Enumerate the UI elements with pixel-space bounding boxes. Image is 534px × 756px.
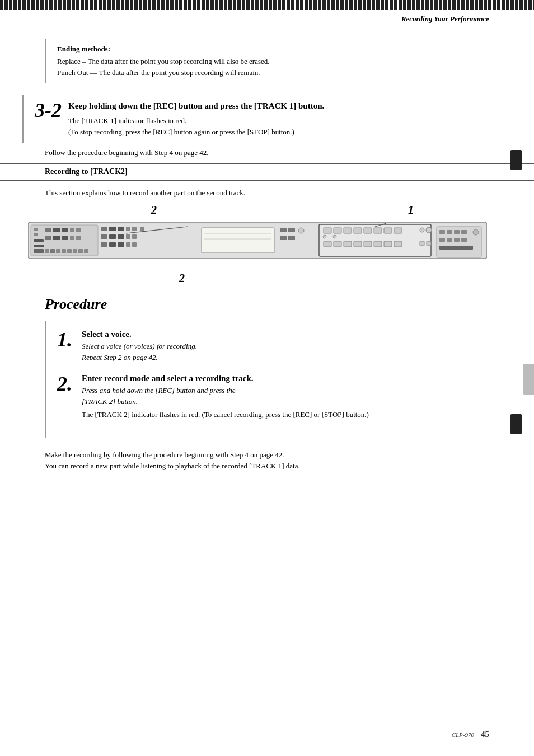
- svg-rect-74: [447, 230, 452, 234]
- svg-rect-65: [354, 241, 362, 247]
- svg-rect-21: [67, 249, 72, 253]
- bottom-line-2: You can record a new part while listenin…: [45, 461, 489, 472]
- svg-rect-71: [427, 241, 431, 246]
- svg-rect-11: [45, 236, 51, 240]
- bottom-line-1: Make the recording by following the proc…: [45, 449, 489, 461]
- svg-point-48: [298, 228, 304, 233]
- device-container: 1 2 2: [28, 206, 506, 285]
- svg-rect-35: [132, 234, 137, 239]
- page-header: Recording Your Performance: [0, 10, 534, 28]
- bottom-text: Make the recording by following the proc…: [0, 444, 534, 478]
- section-track2-title: Recording to [TRACK2]: [45, 167, 489, 176]
- procedure-heading: Procedure: [0, 290, 534, 315]
- svg-rect-39: [126, 242, 130, 247]
- footer-page: 45: [481, 730, 489, 739]
- svg-rect-2: [34, 228, 38, 231]
- page-footer: CLP-970 45: [452, 730, 489, 739]
- proc-step-2-num: 2.: [57, 374, 74, 394]
- svg-rect-78: [447, 238, 452, 242]
- svg-rect-66: [364, 241, 372, 247]
- svg-rect-53: [354, 228, 362, 233]
- svg-rect-70: [420, 241, 424, 246]
- svg-rect-31: [101, 234, 107, 239]
- svg-point-81: [473, 229, 479, 235]
- svg-rect-67: [374, 241, 382, 247]
- svg-rect-16: [34, 249, 44, 253]
- svg-rect-41: [202, 228, 274, 253]
- svg-rect-36: [101, 242, 107, 247]
- svg-rect-17: [45, 249, 49, 253]
- proc-step-1-num: 1.: [57, 330, 74, 350]
- svg-point-61: [426, 227, 432, 233]
- svg-rect-28: [126, 227, 130, 231]
- marker-bar-bottom: [510, 414, 522, 434]
- proc-step-2-body: The [TRACK 2] indicator flashes in red. …: [82, 409, 478, 420]
- svg-rect-73: [439, 230, 445, 234]
- top-stripe: [0, 0, 534, 10]
- svg-rect-60: [420, 228, 424, 232]
- proc-step-1-content: Select a voice. Select a voice (or voice…: [82, 330, 478, 365]
- svg-rect-5: [34, 245, 44, 247]
- svg-rect-50: [324, 228, 331, 233]
- step-32: 3-2 Keep holding down the [REC] button a…: [22, 95, 381, 143]
- svg-rect-19: [56, 249, 60, 253]
- section-header-box: Recording to [TRACK2]: [0, 163, 534, 181]
- proc-step-1-title: Select a voice.: [82, 330, 478, 339]
- svg-rect-38: [118, 242, 124, 247]
- svg-rect-14: [70, 236, 74, 240]
- svg-rect-23: [78, 249, 83, 253]
- ear-tab: [523, 364, 534, 395]
- ending-methods-box: Ending methods: Replace – The data after…: [45, 39, 369, 83]
- svg-rect-68: [384, 241, 392, 247]
- svg-rect-52: [344, 228, 352, 233]
- header-title: Recording Your Performance: [401, 15, 489, 23]
- procedure-box: 1. Select a voice. Select a voice (or vo…: [45, 321, 489, 438]
- svg-rect-3: [34, 233, 38, 236]
- svg-rect-56: [384, 228, 392, 233]
- svg-rect-75: [454, 230, 460, 234]
- svg-rect-47: [288, 236, 295, 240]
- svg-rect-24: [84, 249, 88, 253]
- svg-rect-22: [73, 249, 77, 253]
- svg-rect-4: [34, 239, 44, 242]
- step-32-body2: (To stop recording, press the [REC] butt…: [68, 126, 369, 138]
- svg-rect-25: [101, 227, 107, 231]
- svg-rect-37: [109, 242, 116, 247]
- step-32-heading: Keep holding down the [REC] button and p…: [68, 100, 369, 112]
- step-32-body1: The [TRACK 1] indicator flashes in red.: [68, 115, 369, 126]
- svg-rect-63: [334, 241, 341, 247]
- svg-rect-51: [334, 228, 341, 233]
- svg-rect-64: [344, 241, 352, 247]
- svg-rect-6: [45, 228, 51, 232]
- proc-step-2: 2. Enter record mode and select a record…: [57, 374, 478, 420]
- svg-rect-44: [280, 228, 287, 232]
- svg-rect-33: [118, 234, 124, 239]
- follow-text: Follow the procedure beginning with Step…: [45, 148, 534, 157]
- svg-rect-15: [76, 236, 81, 240]
- svg-rect-54: [364, 228, 372, 233]
- step-32-content: Keep holding down the [REC] button and p…: [68, 100, 369, 137]
- svg-rect-32: [109, 234, 116, 239]
- svg-point-58: [323, 235, 326, 238]
- device-svg: [28, 217, 506, 269]
- section-track2-intro: This section explains how to record anot…: [0, 189, 534, 198]
- proc-step-2-title: Enter record mode and select a recording…: [82, 374, 478, 383]
- svg-rect-29: [132, 227, 137, 231]
- svg-point-59: [333, 235, 336, 238]
- svg-rect-34: [126, 234, 130, 239]
- svg-rect-62: [324, 241, 331, 247]
- svg-rect-79: [454, 238, 460, 242]
- label-num-2-bottom: 2: [179, 272, 185, 285]
- svg-rect-55: [374, 228, 382, 233]
- svg-rect-40: [132, 242, 137, 247]
- ending-methods-line2: Punch Out — The data after the point you…: [57, 67, 358, 78]
- svg-rect-9: [70, 228, 74, 232]
- svg-rect-77: [439, 238, 445, 242]
- svg-rect-12: [53, 236, 60, 240]
- procedure-heading-text: Procedure: [45, 296, 107, 312]
- proc-step-2-italic: Press and hold down the [REC] button and…: [82, 385, 478, 407]
- proc-step-2-content: Enter record mode and select a recording…: [82, 374, 478, 420]
- marker-bar-top: [510, 150, 522, 170]
- svg-rect-69: [394, 241, 402, 247]
- svg-rect-13: [62, 236, 68, 240]
